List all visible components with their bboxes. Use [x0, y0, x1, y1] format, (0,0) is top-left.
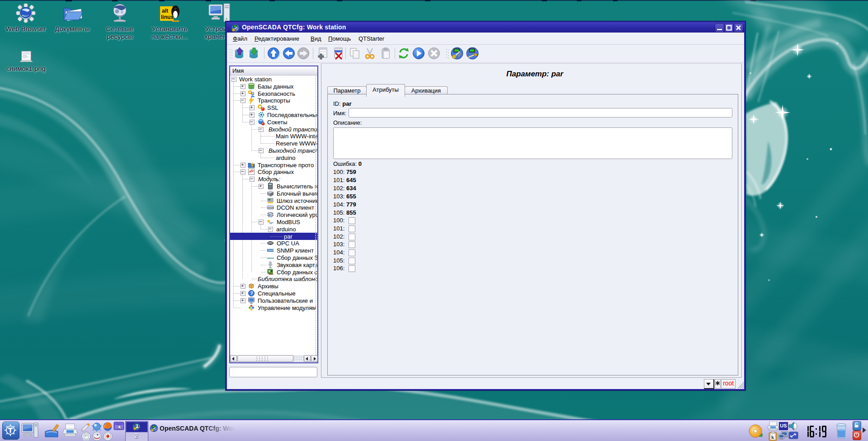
svg-text:k: k — [771, 434, 774, 440]
svg-text:alt: alt — [162, 8, 168, 14]
svg-text:linux: linux — [161, 14, 174, 20]
